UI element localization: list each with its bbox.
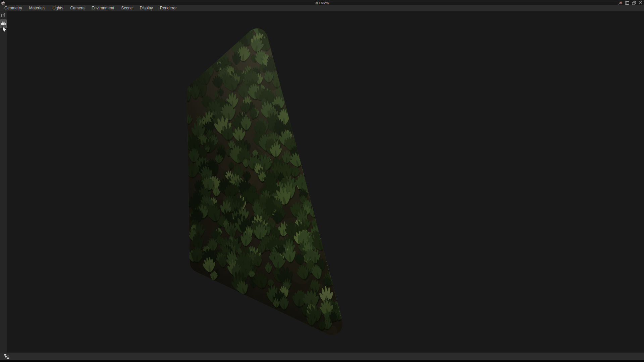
menu-lights[interactable]: Lights — [52, 6, 63, 10]
bottom-edge-strip — [0, 360, 644, 362]
pop-out-panel-button[interactable] — [1, 13, 6, 18]
camera-tool-icon — [1, 21, 6, 27]
window-controls — [618, 1, 643, 5]
panel-title: 3D View — [315, 1, 329, 5]
3d-viewport-canvas[interactable] — [0, 0, 644, 362]
status-bar — [0, 353, 644, 360]
split-view-icon[interactable] — [625, 1, 629, 5]
app-cube-icon — [1, 1, 5, 5]
panel-titlebar: 3D View — [0, 0, 644, 5]
menu-display[interactable]: Display — [140, 6, 153, 10]
menu-environment[interactable]: Environment — [92, 6, 114, 10]
scene-tree-button[interactable] — [4, 353, 10, 360]
left-toolbar — [0, 11, 7, 353]
menu-camera[interactable]: Camera — [70, 6, 85, 10]
menu-scene[interactable]: Scene — [121, 6, 132, 10]
menu-renderer[interactable]: Renderer — [160, 6, 177, 10]
menu-bar: Geometry Materials Lights Camera Environ… — [0, 5, 644, 11]
pin-icon[interactable] — [618, 1, 623, 5]
restore-window-icon[interactable] — [632, 1, 636, 5]
menu-materials[interactable]: Materials — [29, 6, 46, 10]
close-icon[interactable] — [638, 1, 643, 5]
pop-out-panel-icon — [1, 13, 6, 18]
menu-geometry[interactable]: Geometry — [4, 6, 22, 10]
scene-tree-icon — [4, 353, 10, 360]
camera-tool-button[interactable] — [0, 19, 7, 28]
